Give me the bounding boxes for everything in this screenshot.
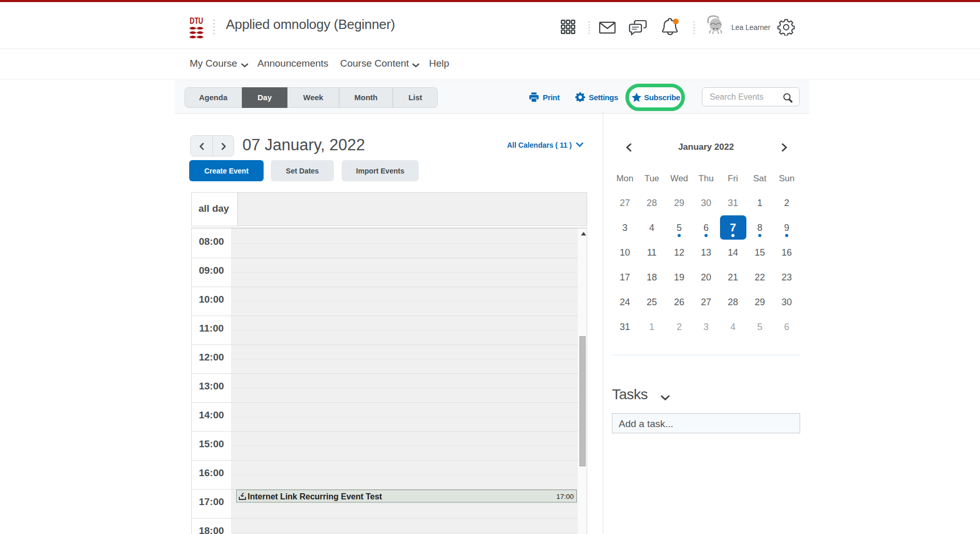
svg-text:DTU: DTU <box>190 16 203 26</box>
